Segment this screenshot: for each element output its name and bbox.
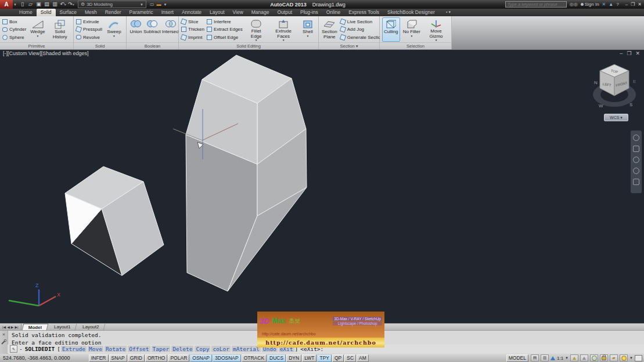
ribbon-tab[interactable]: Manage (247, 9, 274, 16)
presspull-button[interactable]: Presspull (76, 26, 102, 33)
imprint-button[interactable]: Imprint (181, 34, 204, 41)
box-button[interactable]: Box (2, 18, 26, 25)
qat-customize-icon[interactable]: ▼ (164, 3, 167, 6)
minimize-button[interactable]: – (625, 2, 628, 7)
panel-title-section[interactable]: Section ▾ (319, 42, 379, 49)
ribbon-tab[interactable]: Online (322, 9, 345, 16)
doc-close-button[interactable]: ✕ (635, 50, 640, 56)
command-option[interactable]: Taper (152, 346, 171, 352)
application-menu-button[interactable]: A (0, 0, 13, 9)
doc-restore-button[interactable]: ❐ (627, 50, 631, 56)
ribbon-tab[interactable]: Output (274, 9, 297, 16)
status-menu-icon[interactable]: ▼ (629, 356, 633, 360)
new-icon[interactable]: ▯ (19, 0, 26, 9)
sweep-button[interactable]: Sweep▾ (105, 17, 124, 42)
thicken-button[interactable]: Thicken (181, 26, 204, 33)
culling-button[interactable]: Culling (382, 17, 400, 42)
subtract-button[interactable]: Subtract (143, 17, 161, 42)
redo-icon[interactable]: ↷▾ (67, 0, 75, 9)
model-canvas[interactable]: Z X TOP LEFT FRONT N W S E (0, 49, 644, 323)
panel-title-solid[interactable]: Solid (74, 42, 126, 49)
coordinates-readout[interactable]: 524.7680, -368.4863, 0.0000 (0, 355, 89, 361)
command-option[interactable]: Move (88, 346, 103, 352)
quick-view-drawings-icon[interactable]: ▥ (541, 354, 549, 361)
status-toggle[interactable]: POLAR (168, 354, 189, 362)
plot-icon[interactable]: ▥ (51, 0, 59, 9)
help-icon[interactable]: ? (616, 2, 618, 7)
prev-tab-icon[interactable]: ◀ (7, 325, 10, 329)
ribbon-tab[interactable]: Parametric (125, 9, 157, 16)
status-toggle[interactable]: 3DOSNAP (213, 354, 241, 362)
ribbon-options-icon[interactable]: ▪ ▾ (446, 10, 451, 15)
ribbon-tab[interactable]: Surface (56, 9, 81, 16)
status-toggle[interactable]: DYN (286, 354, 301, 362)
command-close-icon[interactable]: ✕ (2, 332, 5, 337)
extract-edges-button[interactable]: Extract Edges (207, 26, 243, 33)
ribbon-tab[interactable]: Render (101, 9, 125, 16)
command-option[interactable]: Delete (171, 346, 193, 352)
status-toggle[interactable]: SNAP (109, 354, 127, 362)
intersect-button[interactable]: Intersect (161, 17, 181, 42)
status-toggle[interactable]: QP (332, 354, 344, 362)
undo-icon[interactable]: ↶▾ (59, 0, 67, 9)
save-icon[interactable]: ▣ (35, 0, 42, 9)
exchange-apps-icon[interactable]: ✕ (602, 2, 606, 7)
autodesk360-icon[interactable]: ▲ (609, 2, 613, 7)
panel-title-primitive[interactable]: Primitive (0, 42, 73, 49)
annotation-scale-dropdown-icon[interactable]: ▼ (565, 356, 569, 360)
status-toggle[interactable]: LWT (302, 354, 316, 362)
first-tab-icon[interactable]: |◀ (2, 325, 6, 329)
fillet-edge-button[interactable]: Fillet Edge▾ (245, 17, 268, 42)
no-filter-button[interactable]: No Filter▾ (402, 17, 421, 42)
pan-icon[interactable] (633, 146, 639, 152)
slice-button[interactable]: Slice (181, 18, 204, 25)
workspace-switch-icon[interactable] (590, 354, 598, 361)
interfere-button[interactable]: Interfere (207, 18, 243, 25)
last-tab-icon[interactable]: ▶| (15, 325, 18, 329)
annotation-visibility-icon[interactable] (570, 354, 578, 361)
ribbon-tab[interactable]: View (229, 9, 247, 16)
ribbon-tab[interactable]: Layout (206, 9, 229, 16)
viewport-style-control[interactable]: [Shaded with edges] (41, 50, 89, 56)
recent-commands-icon[interactable]: ✎ (10, 345, 17, 353)
layout-tab[interactable]: Layout2 (77, 324, 106, 330)
ribbon-tab[interactable]: Mesh (81, 9, 101, 16)
status-toggle[interactable]: TPY (317, 354, 332, 362)
section-plane-button[interactable]: Section Plane (321, 17, 338, 42)
layout-tab[interactable]: Model (21, 324, 48, 330)
generate-section-button[interactable]: Generate Section (340, 34, 383, 41)
next-tab-icon[interactable]: ▶ (11, 325, 14, 329)
ribbon-tab[interactable]: Express Tools (344, 9, 383, 16)
extrude-faces-button[interactable]: Extrude Faces▾ (269, 17, 297, 42)
clean-screen-button[interactable] (635, 355, 642, 361)
search-binoculars-icon[interactable]: ◎◎ (570, 2, 578, 7)
annotation-autoscale-icon[interactable] (580, 354, 588, 361)
shell-button[interactable]: Shell▾ (300, 17, 316, 42)
command-option[interactable]: Rotate (105, 346, 127, 352)
showmotion-icon[interactable] (633, 179, 639, 185)
monitor-icon[interactable]: ▭ (150, 2, 154, 7)
wcs-dropdown[interactable]: WCS ▾ (604, 114, 628, 121)
open-icon[interactable]: ▱ (27, 0, 34, 9)
ribbon-tab[interactable]: Home (15, 9, 37, 16)
steering-wheel-icon[interactable] (633, 135, 639, 141)
command-option[interactable]: coLor (211, 346, 231, 352)
extrude-button[interactable]: Extrude (76, 18, 102, 25)
offset-edge-button[interactable]: Offset Edge (207, 34, 243, 41)
ribbon-tab[interactable]: SketchBook Designer (383, 9, 439, 16)
workspace-switcher[interactable]: ⚙ 3D Modeling ▼ (78, 1, 146, 8)
ribbon-tab[interactable]: Solid (37, 9, 56, 16)
union-button[interactable]: Union (129, 17, 143, 42)
command-option[interactable]: mAterial (232, 346, 261, 352)
status-toggle[interactable]: SC (344, 354, 356, 362)
command-option[interactable]: Offset (128, 346, 150, 352)
add-jog-button[interactable]: Add Jog (340, 26, 383, 33)
model-space-button[interactable]: MODEL (506, 354, 528, 362)
annotation-scale-value[interactable]: 1:1 (557, 356, 563, 361)
panel-title-selection[interactable]: Selection (380, 42, 451, 49)
orbit-icon[interactable] (633, 168, 639, 174)
hardware-accel-icon[interactable]: ▰ (610, 354, 618, 361)
status-toggle[interactable]: OSNAP (190, 354, 212, 362)
toolbar-lock-icon[interactable] (600, 354, 608, 361)
bar-icon[interactable]: ▬ (157, 2, 161, 7)
